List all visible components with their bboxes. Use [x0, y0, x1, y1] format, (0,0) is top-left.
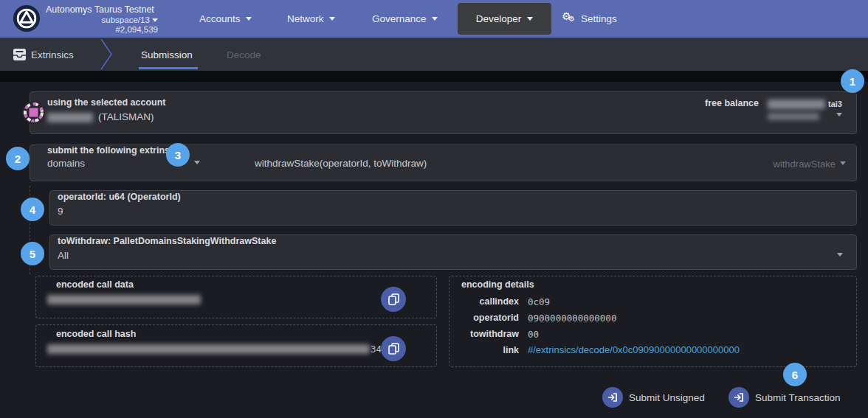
nav-settings[interactable]: ⚙ ⚙ Settings	[562, 0, 617, 38]
chevron-down-icon	[329, 17, 335, 21]
towithdraw-value: 00	[528, 329, 539, 340]
redacted-free-balance	[768, 100, 825, 109]
sign-in-icon	[728, 387, 749, 408]
param-to-withdraw-dropdown[interactable]: All	[58, 250, 69, 261]
decode-link[interactable]: #/extrinsics/decode/0x0c0909000000000000…	[528, 344, 740, 355]
encoded-call-hash-label: encoded call hash	[56, 329, 136, 339]
copy-call-hash-button[interactable]	[381, 336, 406, 361]
nav-governance-label: Governance	[372, 13, 427, 24]
nav-accounts-label: Accounts	[199, 13, 241, 24]
active-tab-underline	[139, 67, 198, 69]
redacted-balance-secondary	[768, 113, 819, 120]
tab-submission[interactable]: Submission	[141, 49, 193, 60]
account-source-suffix: (TALISMAN)	[98, 111, 154, 122]
tab-decode[interactable]: Decode	[227, 49, 261, 60]
redacted-call-hash	[47, 344, 370, 354]
section-dropdown-chevron-icon[interactable]	[194, 161, 200, 164]
nav-network[interactable]: Network	[287, 0, 335, 38]
method-dropdown-value[interactable]: withdrawStake	[753, 159, 836, 170]
copy-icon	[388, 343, 399, 355]
nav-network-label: Network	[287, 13, 324, 24]
account-select-label: using the selected account	[47, 97, 165, 108]
chain-info: Autonomys Taurus Testnet subspace/13 #2,…	[46, 4, 158, 34]
method-dropdown-chevron-icon[interactable]	[840, 161, 846, 165]
annotation-badge-5: 5	[21, 242, 44, 265]
gear-icon: ⚙ ⚙	[562, 13, 576, 26]
method-signature[interactable]: withdrawStake(operatorId, toWithdraw)	[255, 158, 427, 169]
sign-in-icon	[602, 387, 623, 408]
extrinsics-icon	[13, 48, 27, 61]
annotation-badge-6: 6	[783, 363, 807, 386]
account-identicon	[21, 100, 46, 125]
annotation-badge-1: 1	[841, 69, 864, 93]
autonomys-logo-icon	[13, 4, 41, 32]
redacted-account-name	[47, 113, 93, 122]
redacted-call-data	[47, 295, 201, 304]
param-operator-id-input[interactable]: 9	[58, 206, 63, 217]
chevron-down-icon	[432, 17, 438, 21]
breadcrumb-chevron-icon	[99, 38, 115, 71]
decode-link-wrap: #/extrinsics/decode/0x0c0909000000000000…	[528, 344, 740, 355]
callindex-value: 0c09	[528, 296, 550, 307]
runtime-selector[interactable]: subspace/13	[46, 15, 158, 24]
submit-transaction-button[interactable]: Submit Transaction	[728, 387, 841, 408]
call-hash-visible-suffix: 34	[371, 344, 382, 355]
nav-governance[interactable]: Governance	[372, 0, 438, 38]
submit-unsigned-button[interactable]: Submit Unsigned	[602, 387, 705, 408]
annotation-badge-3: 3	[166, 143, 190, 167]
nav-settings-label: Settings	[581, 13, 617, 24]
annotation-badge-2: 2	[6, 147, 30, 170]
param-to-withdraw-label: toWithdraw: PalletDomainsStakingWithdraw…	[58, 236, 276, 246]
account-dropdown-chevron-icon[interactable]	[836, 113, 842, 116]
link-label: link	[449, 345, 519, 355]
balance-unit: tai3	[828, 100, 842, 108]
encoded-call-data-label: encoded call data	[56, 279, 134, 290]
nav-developer[interactable]: Developer	[458, 3, 551, 35]
chevron-down-icon	[152, 18, 158, 22]
submit-transaction-label: Submit Transaction	[755, 392, 841, 403]
chain-name: Autonomys Taurus Testnet	[46, 4, 158, 15]
to-withdraw-chevron-icon[interactable]	[837, 253, 843, 257]
copy-call-data-button[interactable]	[381, 287, 406, 312]
sub-nav-bar	[0, 38, 868, 71]
copy-icon	[388, 293, 399, 305]
chevron-down-icon	[246, 17, 252, 21]
annotation-badge-4: 4	[21, 198, 44, 221]
divider-strip	[0, 71, 868, 82]
submit-unsigned-label: Submit Unsigned	[629, 392, 705, 403]
top-nav-bar: Autonomys Taurus Testnet subspace/13 #2,…	[0, 0, 868, 38]
free-balance-label: free balance	[694, 98, 759, 108]
operatorid-value: 0900000000000000	[528, 313, 616, 324]
chevron-down-icon	[527, 17, 533, 21]
block-number: #2,094,539	[46, 25, 158, 34]
callindex-label: callindex	[449, 296, 519, 307]
encoding-details-title: encoding details	[461, 279, 534, 290]
operatorid-label: operatorid	[449, 313, 519, 323]
section-dropdown[interactable]: domains	[47, 158, 85, 169]
nav-accounts[interactable]: Accounts	[199, 0, 252, 38]
section-title: Extrinsics	[31, 49, 74, 60]
runtime-version: subspace/13	[102, 15, 150, 24]
extrinsic-select-label: submit the following extrinsic	[47, 145, 177, 156]
nav-developer-label: Developer	[476, 13, 522, 24]
param-operator-id-label: operatorId: u64 (OperatorId)	[58, 192, 181, 202]
towithdraw-label: towithdraw	[449, 329, 519, 339]
